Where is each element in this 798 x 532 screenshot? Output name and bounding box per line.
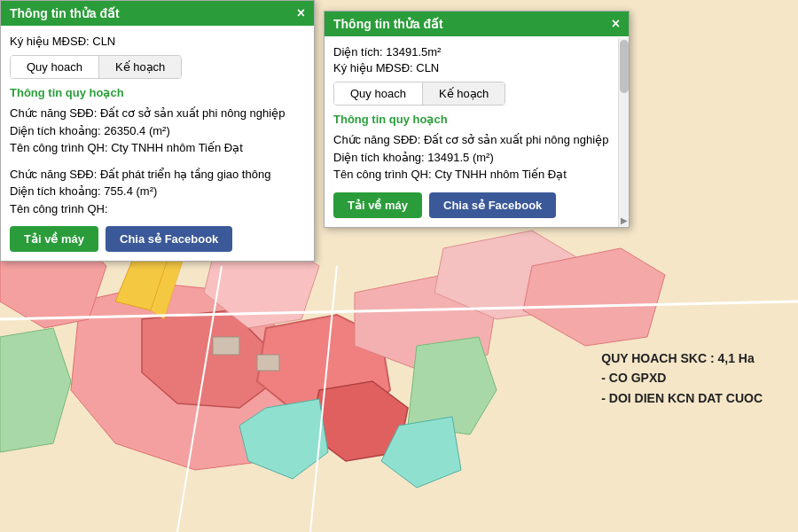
panel2-facebook-button[interactable]: Chia sẻ Facebook (429, 192, 556, 218)
panel1-tabs: Quy hoach Kế hoạch (10, 55, 182, 79)
panel-land-info-1: Thông tin thửa đất × Ký hiệu MĐSĐ: CLN Q… (0, 0, 315, 262)
panel2-scroll-arrow-down[interactable]: ▶ (621, 215, 628, 225)
svg-rect-17 (213, 337, 239, 355)
panel2-scrollbar[interactable]: ▶ (618, 38, 629, 227)
panel1-section-title: Thông tin quy hoạch (10, 86, 305, 99)
panel2-btn-row: Tải về máy Chia sẻ Facebook (333, 192, 620, 218)
panel1-body: Ký hiệu MĐSĐ: CLN Quy hoach Kế hoạch Thô… (1, 26, 314, 261)
panel2-scrollbar-thumb[interactable] (620, 40, 629, 93)
panel1-tab-quyhoach[interactable]: Quy hoach (11, 56, 99, 78)
panel1-title: Thông tin thửa đất (10, 6, 120, 20)
panel2-block1-function: Chức năng SĐĐ: Đất cơ sở sản xuất phi nô… (333, 131, 620, 149)
panel1-block2-project: Tên công trình QH: (10, 200, 305, 218)
map-label: QUY HOACH SKC : 4,1 Ha - CO GPXD - DOI D… (601, 348, 763, 408)
panel2-download-button[interactable]: Tải về máy (333, 192, 422, 218)
map-label-line2: - CO GPXD (601, 368, 763, 387)
panel2-title: Thông tin thửa đất (333, 17, 443, 31)
panel2-body: Diện tích: 13491.5m² Ký hiệu MĐSĐ: CLN Q… (325, 36, 629, 227)
panel1-download-button[interactable]: Tải về máy (10, 226, 98, 252)
panel2-dientich: Diện tích: 13491.5m² (333, 45, 620, 59)
svg-rect-18 (257, 355, 279, 371)
panel2-close-button[interactable]: × (612, 17, 620, 31)
panel2-kyhieu: Ký hiệu MĐSĐ: CLN (333, 61, 620, 74)
panel1-block-1: Chức năng SĐĐ: Đất cơ sở sản xuất phi nô… (10, 105, 305, 157)
panel1-kyhieu: Ký hiệu MĐSĐ: CLN (10, 35, 305, 48)
map-label-line3: - DOI DIEN KCN DAT CUOC (601, 388, 763, 408)
panel1-facebook-button[interactable]: Chia sẻ Facebook (106, 226, 232, 252)
panel2-header: Thông tin thửa đất × (325, 12, 629, 36)
panel1-header: Thông tin thửa đất × (1, 1, 314, 26)
panel1-block2-function: Chức năng SĐĐ: Đất phát triển hạ tầng gi… (10, 166, 305, 184)
panel1-close-button[interactable]: × (297, 6, 305, 20)
panel2-block1-area: Diện tích khoảng: 13491.5 (m²) (333, 149, 620, 167)
map-label-line1: QUY HOACH SKC : 4,1 Ha (601, 348, 763, 368)
panel2-block1-project: Tên công trình QH: Cty TNHH nhôm Tiến Đạ… (333, 166, 620, 184)
panel1-btn-row: Tải về máy Chia sẻ Facebook (10, 226, 305, 252)
panel2-tab-kehoach[interactable]: Kế hoạch (423, 82, 505, 105)
panel2-tab-quyhoach[interactable]: Quy hoach (334, 82, 423, 105)
panel-land-info-2: Thông tin thửa đất × Diện tích: 13491.5m… (324, 11, 630, 228)
panel2-block-1: Chức năng SĐĐ: Đất cơ sở sản xuất phi nô… (333, 131, 620, 184)
panel2-section-title: Thông tin quy hoạch (333, 113, 620, 126)
panel1-block2-area: Diện tích khoảng: 755.4 (m²) (10, 183, 305, 200)
panel1-block1-function: Chức năng SĐĐ: Đất cơ sở sản xuất phi nô… (10, 105, 305, 122)
panel1-block-2: Chức năng SĐĐ: Đất phát triển hạ tầng gi… (10, 166, 305, 218)
panel1-block1-area: Diện tích khoảng: 26350.4 (m²) (10, 122, 305, 140)
panel1-tab-kehoach[interactable]: Kế hoạch (99, 56, 181, 78)
panel1-block1-project: Tên công trình QH: Cty TNHH nhôm Tiến Đạ… (10, 139, 305, 157)
panel2-tabs: Quy hoach Kế hoạch (333, 82, 505, 106)
